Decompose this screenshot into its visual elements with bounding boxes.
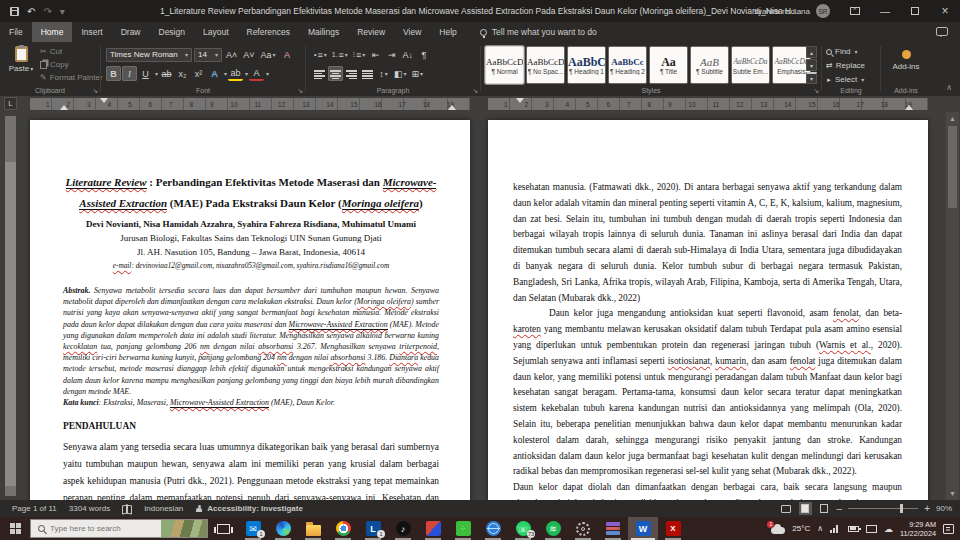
battery-icon[interactable] [848, 526, 859, 532]
shading-button[interactable]: ◧▾ [392, 66, 409, 81]
highlight-dropdown-icon[interactable]: ▾ [245, 70, 248, 77]
align-left-button[interactable] [312, 66, 327, 81]
vertical-ruler[interactable] [5, 116, 16, 496]
weather-button[interactable]: 1 [771, 524, 785, 534]
style-heading1[interactable]: AaBbC¶ Heading 1 [567, 46, 606, 84]
styles-scroll-up-button[interactable]: ▴ [806, 46, 817, 58]
font-dialog-launcher[interactable]: ↘ [297, 87, 303, 95]
taskbar-green-app[interactable]: ⁘ [448, 517, 478, 540]
proofing-errors-button[interactable] [122, 505, 132, 512]
taskbar-settings[interactable] [568, 517, 598, 540]
paragraph-dialog-launcher[interactable]: ↘ [472, 87, 478, 95]
wifi-icon[interactable] [830, 525, 841, 533]
first-line-indent-marker[interactable] [100, 98, 108, 103]
taskbar-line[interactable]: L1 [358, 517, 388, 540]
text-effects-button[interactable]: A [207, 66, 222, 81]
right-indent-marker[interactable] [905, 105, 913, 110]
accessibility-checker[interactable]: Accessibility: Investigate [195, 504, 303, 513]
taskbar-search[interactable] [30, 519, 208, 538]
line-spacing-button[interactable]: ↕▾ [376, 66, 391, 81]
taskbar-whatsapp[interactable]: ☏73 [508, 517, 538, 540]
align-center-button[interactable] [328, 66, 343, 81]
undo-button[interactable]: ↶ [27, 6, 35, 17]
display-icon[interactable] [866, 525, 877, 533]
strikethrough-button[interactable]: ab [159, 66, 174, 81]
taskbar-chrome[interactable] [328, 517, 358, 540]
tab-design[interactable]: Design [150, 22, 194, 42]
font-color-button[interactable]: A [249, 66, 264, 81]
tray-expand-chevron[interactable]: ∧ [817, 524, 823, 533]
horizontal-ruler-page2[interactable]: 12345678910111213141516171819 [488, 98, 928, 110]
superscript-button[interactable]: x² [191, 66, 206, 81]
sort-button[interactable]: A↓ [400, 47, 415, 62]
task-view-button[interactable] [208, 517, 238, 540]
taskbar-word[interactable]: W [628, 517, 658, 540]
italic-button[interactable]: I [122, 66, 137, 81]
read-mode-button[interactable] [780, 502, 793, 515]
vertical-scrollbar[interactable]: ▲ ▼ [946, 112, 959, 500]
taskbar-file-explorer[interactable] [298, 517, 328, 540]
style-no-spacing[interactable]: AaBbCcDd¶ No Spac... [526, 46, 565, 84]
taskbar-winrar[interactable] [598, 517, 628, 540]
bullets-button[interactable]: •≡▾ [312, 47, 329, 62]
page-indicator[interactable]: Page 1 of 11 [12, 504, 57, 513]
zoom-slider-handle[interactable] [900, 504, 903, 513]
style-title[interactable]: Aa¶ Title [649, 46, 688, 84]
tab-selector[interactable]: L [4, 97, 17, 110]
taskbar-paint-app[interactable] [418, 517, 448, 540]
comments-icon[interactable] [936, 27, 948, 36]
addins-button[interactable]: Add-ins [881, 50, 931, 71]
action-center-icon[interactable] [943, 524, 954, 534]
multilevel-list-button[interactable]: ⁝≡▾ [351, 47, 368, 62]
collapse-ribbon-button[interactable]: ∧ [946, 83, 952, 92]
font-family-combo[interactable]: Times New Roman▾ [106, 48, 192, 62]
style-subtle-emphasis[interactable]: AaBbCcDaSubtle Em... [731, 46, 770, 84]
ribbon-display-options-button[interactable] [840, 0, 870, 22]
replace-button[interactable]: ⇄Replace [826, 60, 865, 71]
zoom-level[interactable]: 90% [936, 504, 952, 513]
highlight-button[interactable]: ab [228, 66, 243, 81]
subscript-button[interactable]: x₂ [175, 66, 190, 81]
close-button[interactable]: × [930, 0, 960, 22]
temperature[interactable]: 25°C [792, 524, 810, 533]
search-input[interactable] [50, 524, 162, 533]
taskbar-tiktok[interactable]: ♪ [388, 517, 418, 540]
bold-button[interactable]: B [106, 66, 121, 81]
save-icon[interactable] [10, 7, 19, 16]
language-indicator[interactable]: Indonesian [144, 504, 183, 513]
taskbar-spotify[interactable]: ≋ [538, 517, 568, 540]
taskbar-edge[interactable] [268, 517, 298, 540]
print-layout-button[interactable] [799, 502, 812, 515]
taskbar-mail[interactable]: ✉1 [238, 517, 268, 540]
find-button[interactable]: Find▾ [826, 46, 865, 57]
zoom-in-button[interactable]: + [924, 503, 930, 514]
tab-file[interactable]: File [0, 22, 32, 42]
copy-button[interactable]: Copy [40, 59, 103, 70]
underline-dropdown-icon[interactable]: ▾ [155, 70, 158, 77]
restore-button[interactable] [900, 0, 930, 22]
scroll-down-arrow[interactable]: ▼ [946, 487, 959, 500]
increase-indent-button[interactable]: ⇥ [384, 47, 399, 62]
scroll-up-arrow[interactable]: ▲ [946, 112, 959, 125]
avatar[interactable]: SR [816, 4, 830, 18]
minimize-button[interactable]: — [870, 0, 900, 22]
select-button[interactable]: ►Select▾ [826, 74, 865, 85]
font-color-dropdown-icon[interactable]: ▾ [266, 70, 269, 77]
start-button[interactable] [0, 517, 30, 540]
paste-button[interactable]: Paste▾ [6, 46, 36, 86]
change-case-button[interactable]: Aa▾ [259, 47, 278, 62]
clear-formatting-button[interactable]: A [280, 47, 295, 62]
tab-draw[interactable]: Draw [112, 22, 150, 42]
tell-me-box[interactable]: Tell me what you want to do [480, 27, 597, 37]
numbering-button[interactable]: 1.≡▾ [330, 47, 350, 62]
text-effects-dropdown-icon[interactable]: ▾ [224, 70, 227, 77]
justify-button[interactable] [360, 66, 375, 81]
redo-button[interactable]: ↷ [43, 6, 51, 17]
right-indent-marker[interactable] [448, 105, 456, 110]
paste-dropdown-icon[interactable]: ▾ [30, 66, 33, 72]
web-layout-button[interactable] [818, 502, 831, 515]
underline-button[interactable]: U [138, 66, 153, 81]
tab-review[interactable]: Review [348, 22, 394, 42]
tab-help[interactable]: Help [430, 22, 465, 42]
document-page-2[interactable]: kesehatan manusia. (Fatmawati dkk., 2020… [488, 120, 928, 500]
